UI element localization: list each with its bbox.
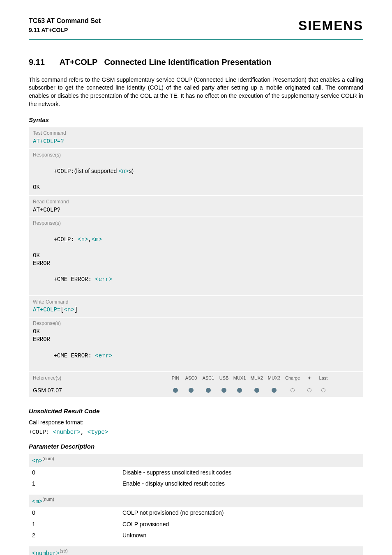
write-cmd-rbracket: ]: [74, 306, 78, 313]
write-cmd-lbracket: [: [60, 306, 64, 313]
dot-usb: [221, 388, 226, 393]
write-cmd-prefix: AT+COLP=: [33, 306, 60, 313]
write-resp-cme-param: <err>: [95, 352, 112, 359]
read-resp-error: ERROR: [29, 260, 363, 268]
read-resp-ok: OK: [29, 252, 363, 260]
urc-heading: Unsolicited Result Code: [29, 407, 363, 415]
syntax-heading: Syntax: [29, 115, 363, 124]
test-resp-param-n: <n>: [118, 168, 129, 175]
test-response-label: Response(s): [29, 149, 363, 159]
col-pin: PIN: [168, 375, 182, 381]
read-response-block: Response(s) +COLP: <n>,<m> OK ERROR +CME…: [29, 217, 363, 295]
col-mux1: MUX1: [231, 375, 248, 381]
param-n-row-1: 1 Enable - display unsolicited result co…: [29, 478, 363, 490]
header-divider: [29, 39, 363, 40]
dot-last: [321, 388, 325, 392]
dot-mux3: [272, 388, 277, 393]
airplane-icon: ✈: [302, 375, 316, 381]
section-number: 9.11: [29, 56, 58, 68]
urc-sep: ,: [81, 429, 88, 435]
brand-logo: SIEMENS: [298, 16, 363, 35]
section-heading: 9.11 AT+COLP Connected Line Identificati…: [29, 56, 363, 68]
col-last: Last: [316, 375, 330, 381]
write-command-label: Write Command: [29, 296, 363, 306]
test-command-block: Test Command AT+COLP=?: [29, 127, 363, 148]
param-m-val-1: COLP provisioned: [122, 520, 360, 529]
param-number-name: <number>: [32, 550, 60, 555]
param-n-val-1: Enable - display unsolicited result code…: [122, 480, 360, 488]
test-command-code: AT+COLP=?: [29, 138, 363, 148]
read-command-block: Read Command AT+COLP?: [29, 196, 363, 216]
urc-format: +COLP: <number>, <type>: [29, 428, 363, 437]
urc-desc: Call response format:: [29, 419, 363, 427]
param-m-key-0: 0: [32, 509, 122, 517]
dot-asc1: [206, 388, 211, 393]
read-resp-sep: ,: [88, 236, 91, 243]
write-resp-cme-prefix: +CME ERROR:: [53, 352, 95, 359]
section-title-text: Connected Line Identification Presentati…: [104, 58, 272, 67]
param-m-key-2: 2: [32, 532, 122, 540]
col-mux2: MUX2: [248, 375, 265, 381]
param-n-row-0: 0 Disable - suppress unsolicited result …: [29, 467, 363, 479]
param-m-val-0: COLP not provisioned (no presentation): [122, 509, 360, 517]
test-resp-text-after: s): [129, 168, 134, 174]
write-resp-error: ERROR: [29, 336, 363, 344]
read-resp-param-n: <n>: [78, 236, 88, 243]
write-command-code: AT+COLP=[<n>]: [29, 306, 363, 317]
test-resp-prefix: +COLP:: [53, 168, 74, 175]
doc-title: TC63 AT Command Set: [29, 16, 101, 25]
read-resp-prefix: +COLP:: [53, 236, 78, 243]
write-cmd-param-n: <n>: [64, 306, 74, 313]
read-resp-cme-prefix: +CME ERROR:: [53, 276, 95, 283]
reference-value: GSM 07.07: [29, 384, 168, 397]
param-m-sup: (num): [42, 497, 54, 502]
dot-mux2: [254, 388, 259, 393]
param-n-key-1: 1: [32, 480, 122, 488]
param-m-name: <m>: [32, 498, 42, 505]
param-desc-heading: Parameter Description: [29, 442, 363, 451]
col-mux3: MUX3: [265, 375, 283, 381]
urc-type-token: <type>: [88, 429, 108, 435]
param-n-bar: <n>(num): [29, 454, 363, 467]
write-resp-ok: OK: [29, 328, 363, 336]
write-command-block: Write Command AT+COLP=[<n>]: [29, 296, 363, 317]
param-n-sup: (num): [42, 456, 54, 461]
dot-charge: [291, 388, 295, 392]
dot-pin: [173, 388, 178, 393]
param-m-row-1: 1 COLP provisioned: [29, 519, 363, 530]
test-command-label: Test Command: [29, 127, 363, 138]
write-response-label: Response(s): [29, 318, 363, 328]
param-m-val-2: Unknown: [122, 532, 360, 540]
write-response-block: Response(s) OK ERROR +CME ERROR: <err>: [29, 318, 363, 371]
param-number-bar: <number>(str): [29, 546, 363, 555]
col-charge: Charge: [283, 375, 302, 381]
read-resp-param-m: <m>: [92, 236, 102, 243]
page-header: TC63 AT Command Set 9.11 AT+COLP SIEMENS: [29, 16, 363, 37]
read-resp-cme-param: <err>: [95, 276, 112, 283]
param-number-sup: (str): [60, 548, 68, 553]
param-m-row-0: 0 COLP not provisioned (no presentation): [29, 507, 363, 519]
param-m-row-2: 2 Unknown: [29, 530, 363, 541]
section-command: AT+COLP: [60, 58, 97, 67]
urc-prefix: +COLP:: [29, 429, 53, 435]
param-m-bar: <m>(num): [29, 495, 363, 507]
col-asc0: ASC0: [182, 375, 200, 381]
param-n-val-0: Disable - suppress unsolicited result co…: [122, 469, 360, 477]
read-response-label: Response(s): [29, 217, 363, 228]
col-usb: USB: [217, 375, 231, 381]
support-dots: [168, 388, 363, 393]
col-asc1: ASC1: [200, 375, 217, 381]
read-command-label: Read Command: [29, 196, 363, 206]
reference-data-row: GSM 07.07: [29, 384, 363, 397]
section-description: This command refers to the GSM supplemen…: [29, 76, 363, 108]
param-m-key-1: 1: [32, 520, 122, 529]
param-n-key-0: 0: [32, 469, 122, 477]
dot-mux1: [237, 388, 242, 393]
test-resp-text-before: (list of supported: [74, 168, 118, 174]
read-command-code: AT+COLP?: [29, 206, 363, 217]
dot-airplane: [307, 388, 311, 392]
doc-subsection-ref: 9.11 AT+COLP: [29, 26, 101, 35]
test-response-block: Response(s) +COLP:(list of supported <n>…: [29, 149, 363, 195]
dot-asc0: [189, 388, 194, 393]
reference-header-row: Reference(s) PIN ASC0 ASC1 USB MUX1 MUX2…: [29, 372, 363, 384]
